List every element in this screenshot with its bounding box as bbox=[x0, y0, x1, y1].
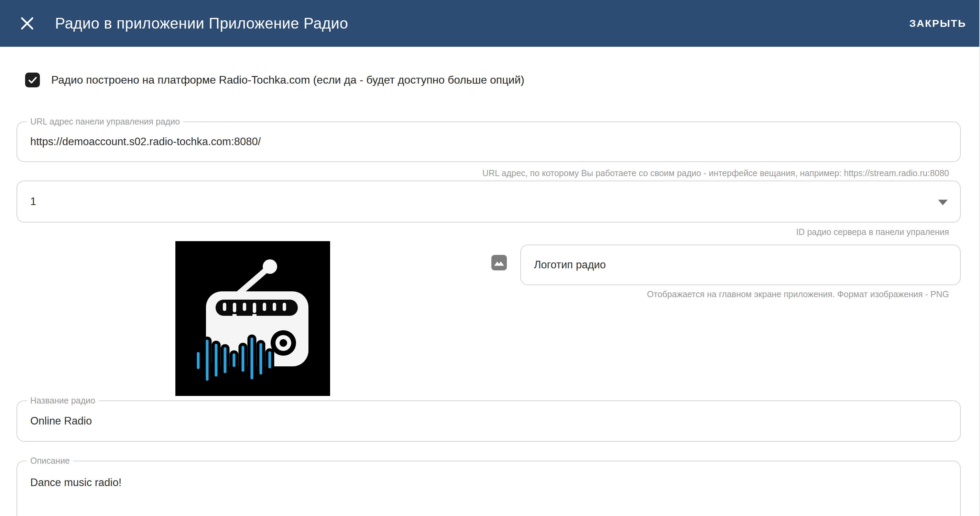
radio-app-settings-dialog: Радио в приложении Приложение Радио ЗАКР… bbox=[0, 0, 980, 516]
panel-url-field: URL адрес панели управления радио bbox=[16, 121, 961, 162]
platform-checkbox-row[interactable]: Радио построено на платформе Radio-Tochk… bbox=[25, 73, 524, 88]
radio-logo-image bbox=[175, 241, 330, 396]
radio-name-field: Название радио bbox=[16, 400, 961, 442]
server-id-select[interactable]: 1 bbox=[16, 181, 961, 223]
close-button[interactable]: ЗАКРЫТЬ bbox=[909, 18, 966, 29]
dropdown-arrow-icon[interactable] bbox=[938, 199, 948, 205]
logo-field-value: Логотип радио bbox=[534, 245, 606, 285]
dialog-title: Радио в приложении Приложение Радио bbox=[55, 15, 348, 32]
description-input[interactable] bbox=[17, 461, 960, 504]
radio-name-input[interactable] bbox=[17, 401, 960, 441]
image-icon bbox=[492, 255, 507, 271]
platform-checkbox[interactable] bbox=[25, 73, 40, 88]
server-id-helper: ID радио сервера в панели упраления bbox=[16, 227, 949, 237]
close-icon[interactable] bbox=[19, 16, 35, 31]
panel-url-helper: URL адрес, по которому Вы работаете со с… bbox=[16, 168, 949, 178]
panel-url-input[interactable] bbox=[17, 122, 960, 161]
server-id-value: 1 bbox=[30, 181, 36, 222]
platform-checkbox-label: Радио построено на платформе Radio-Tochk… bbox=[51, 73, 524, 86]
logo-field[interactable]: Логотип радио bbox=[520, 245, 961, 285]
description-field: Описание bbox=[16, 460, 961, 516]
app-bar: Радио в приложении Приложение Радио ЗАКР… bbox=[0, 0, 980, 47]
logo-helper: Отображается на главном экране приложени… bbox=[16, 289, 949, 299]
